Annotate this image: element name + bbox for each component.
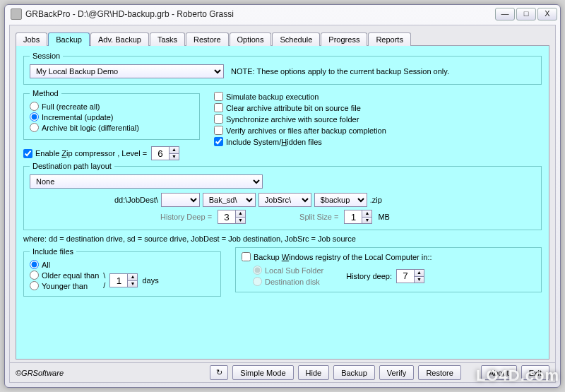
include-days-spin[interactable]: ▲▼ — [109, 273, 138, 287]
registry-group: Backup Windows registry of the Local Com… — [235, 247, 542, 292]
spin-down-icon[interactable]: ▼ — [169, 153, 179, 160]
flag-clear-archive[interactable]: Clear archive attribute bit on source fi… — [214, 103, 386, 112]
method-legend: Method — [30, 89, 61, 97]
footer-brand: ©GRSoftware — [16, 369, 206, 377]
method-incremental[interactable]: Incremental (update) — [30, 112, 114, 121]
dest-layout-select[interactable]: None — [30, 174, 263, 189]
tab-options[interactable]: Options — [230, 32, 272, 46]
close-button[interactable]: X — [537, 8, 557, 20]
tab-backup[interactable]: Backup — [48, 32, 90, 46]
include-younger[interactable]: Younger than — [30, 281, 99, 290]
tab-reports[interactable]: Reports — [368, 32, 411, 46]
hide-button[interactable]: Hide — [298, 365, 330, 380]
include-older[interactable]: Older equal than — [30, 271, 99, 280]
include-days-unit: days — [142, 276, 158, 285]
flag-system-hidden[interactable]: Include System/Hidden files — [214, 137, 386, 146]
session-legend: Session — [30, 52, 63, 60]
tab-progress[interactable]: Progress — [321, 32, 367, 46]
maximize-button[interactable]: □ — [516, 8, 536, 20]
dest-seg2-select[interactable]: JobSrc\ — [258, 193, 311, 207]
spin-up-icon[interactable]: ▲ — [169, 147, 179, 153]
tab-schedule[interactable]: Schedule — [272, 32, 320, 46]
app-window: GRBackPro - D:\@GR\HD-backup.grb - Rober… — [4, 4, 561, 388]
history-deep-spin[interactable]: ▲▼ — [218, 210, 246, 224]
registry-enable[interactable]: Backup Windows registry of the Local Com… — [242, 252, 432, 261]
method-archive[interactable]: Archive bit logic (differential) — [30, 123, 139, 132]
footer: ©GRSoftware ↻ Simple Mode Hide Backup Ve… — [10, 362, 555, 382]
backup-button[interactable]: Backup — [333, 365, 375, 380]
flag-sync[interactable]: Synchronize archive with source folder — [214, 114, 386, 124]
history-deep-label: History Deep = — [160, 213, 212, 221]
tab-tasks[interactable]: Tasks — [150, 32, 185, 46]
titlebar: GRBackPro - D:\@GR\HD-backup.grb - Rober… — [5, 5, 560, 23]
tab-panel-backup: Session My Local Backup Demo NOTE: These… — [16, 45, 549, 360]
split-unit: MB — [378, 213, 390, 221]
session-note: NOTE: These options apply to the current… — [231, 67, 449, 76]
dest-legend: Destination path layout — [30, 162, 114, 170]
dest-ext: .zip — [370, 196, 382, 204]
registry-history-spin[interactable]: ▲▼ — [396, 269, 424, 283]
tab-jobs[interactable]: Jobs — [16, 32, 47, 46]
dest-seg3-select[interactable]: $backup — [314, 193, 367, 207]
app-icon — [11, 8, 22, 20]
registry-history-label: History deep: — [346, 272, 392, 280]
registry-local[interactable]: Local Sub Folder — [253, 266, 323, 275]
registry-dest[interactable]: Destination disk — [253, 277, 323, 286]
tabstrip: Jobs Backup Adv. Backup Tasks Restore Op… — [10, 25, 555, 45]
verify-button[interactable]: Verify — [379, 365, 415, 380]
dest-group: Destination path layout None dd:\JobDest… — [23, 162, 542, 230]
method-full[interactable]: Full (recreate all) — [30, 102, 100, 111]
about-button[interactable]: About — [481, 365, 517, 380]
client-area: Jobs Backup Adv. Backup Tasks Restore Op… — [9, 25, 556, 383]
dest-seg0-select[interactable] — [161, 193, 200, 207]
split-size-label: Split Size = — [299, 213, 338, 221]
simple-mode-button[interactable]: Simple Mode — [232, 365, 293, 380]
split-size-spin[interactable]: ▲▼ — [344, 210, 372, 224]
session-select[interactable]: My Local Backup Demo — [30, 64, 224, 78]
flag-verify[interactable]: Verify archives or files after backup co… — [214, 126, 386, 135]
restore-button[interactable]: Restore — [418, 365, 461, 380]
zip-level-value[interactable] — [152, 147, 169, 160]
session-group: Session My Local Backup Demo NOTE: These… — [23, 52, 542, 85]
tab-restore[interactable]: Restore — [186, 32, 229, 46]
dest-where-note: where: dd = destination drive, sd = sour… — [23, 234, 542, 243]
footer-refresh-icon[interactable]: ↻ — [210, 365, 228, 380]
include-legend: Include files — [30, 247, 76, 256]
zip-row: Enable Zip compressor , Level = ▲▼ — [23, 146, 200, 160]
window-title: GRBackPro - D:\@GR\HD-backup.grb - Rober… — [25, 9, 495, 19]
flag-simulate[interactable]: Simulate backup execution — [214, 92, 386, 101]
dest-seg1-select[interactable]: Bak_sd\ — [203, 193, 256, 207]
include-group: Include files All Older equal than Young… — [23, 247, 221, 297]
zip-level-spin[interactable]: ▲▼ — [151, 146, 179, 160]
method-group: Method Full (recreate all) Incremental (… — [23, 89, 200, 140]
minimize-button[interactable]: — — [495, 8, 515, 20]
tab-adv-backup[interactable]: Adv. Backup — [90, 32, 149, 46]
window-buttons: — □ X — [495, 8, 557, 20]
include-all[interactable]: All — [30, 260, 50, 269]
exit-button[interactable]: Exit — [521, 365, 549, 380]
dest-prefix: dd:\JobDest\ — [114, 196, 158, 204]
zip-enable[interactable]: Enable Zip compressor , Level = — [23, 149, 147, 158]
